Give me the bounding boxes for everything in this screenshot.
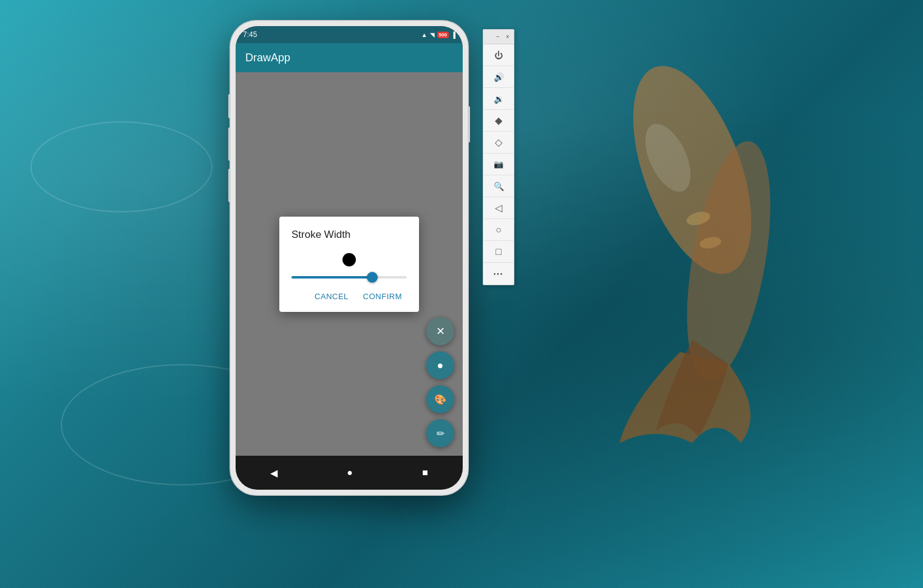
back-icon: ◁ <box>495 202 502 214</box>
recents-nav-button[interactable]: ■ <box>422 467 428 478</box>
toolbar-close-button[interactable]: × <box>504 33 511 41</box>
status-bar: 7:45 ▲ ◥ 500 ▐ <box>236 26 463 43</box>
toolbar-title-bar: − × <box>483 30 514 44</box>
app-bar: DrawApp <box>236 43 463 72</box>
rectangle-icon: □ <box>496 246 502 257</box>
status-time: 7:45 <box>243 30 257 39</box>
circle-icon: ○ <box>496 225 502 235</box>
toolbar-back-item[interactable]: ◁ <box>483 197 514 219</box>
mermaid-decoration <box>571 49 887 461</box>
dialog-title: Stroke Width <box>291 229 407 241</box>
shape-eraser-icon: ◇ <box>495 137 502 148</box>
volume-down-icon: 🔉 <box>494 94 504 104</box>
volume-up-icon: 🔊 <box>494 72 504 82</box>
cancel-button[interactable]: Cancel <box>310 288 353 305</box>
silent-switch[interactable] <box>228 169 231 202</box>
more-icon: ••• <box>494 271 504 277</box>
home-nav-button[interactable]: ● <box>347 467 353 478</box>
toolbar-volume-down-item[interactable]: 🔉 <box>483 88 514 110</box>
phone-device: 7:45 ▲ ◥ 500 ▐ DrawApp ✕ ● <box>231 21 468 495</box>
dialog-overlay: Stroke Width Cancel Confirm <box>236 72 463 456</box>
slider-track <box>291 276 407 279</box>
side-toolbar: − × ⏻ 🔊 🔉 ◆ ◇ 📷 🔍 ◁ ○ □ ••• <box>483 29 514 285</box>
stroke-preview <box>291 253 407 266</box>
power-button[interactable] <box>468 106 470 143</box>
phone-screen-container: 7:45 ▲ ◥ 500 ▐ DrawApp ✕ ● <box>236 26 463 490</box>
toolbar-screenshot-item[interactable]: 📷 <box>483 154 514 175</box>
app-title: DrawApp <box>245 52 290 64</box>
toolbar-minimize-button[interactable]: − <box>494 33 502 41</box>
back-nav-button[interactable]: ◀ <box>270 467 278 479</box>
slider-container[interactable] <box>291 276 407 279</box>
toolbar-zoom-item[interactable]: 🔍 <box>483 175 514 197</box>
eraser-icon: ◆ <box>495 115 502 126</box>
notification-badge: 500 <box>437 32 449 38</box>
slider-fill <box>291 276 375 279</box>
volume-down-button[interactable] <box>228 127 231 161</box>
toolbar-circle-item[interactable]: ○ <box>483 219 514 241</box>
stroke-width-dialog: Stroke Width Cancel Confirm <box>279 217 419 312</box>
toolbar-rectangle-item[interactable]: □ <box>483 241 514 263</box>
battery-icon: ▐ <box>451 32 455 38</box>
signal-icon: ◥ <box>430 32 435 38</box>
zoom-icon: 🔍 <box>494 181 504 191</box>
toolbar-eraser-item[interactable]: ◆ <box>483 110 514 132</box>
volume-up-button[interactable] <box>228 94 231 118</box>
status-icons: ▲ ◥ 500 ▐ <box>421 32 455 38</box>
wifi-icon: ▲ <box>421 32 427 38</box>
phone-screen: 7:45 ▲ ◥ 500 ▐ DrawApp ✕ ● <box>236 26 463 490</box>
slider-thumb[interactable] <box>367 272 378 283</box>
toolbar-power-item[interactable]: ⏻ <box>483 44 514 66</box>
toolbar-shape-eraser-item[interactable]: ◇ <box>483 132 514 154</box>
nav-bar: ◀ ● ■ <box>236 456 463 490</box>
toolbar-volume-up-item[interactable]: 🔊 <box>483 66 514 88</box>
screenshot-icon: 📷 <box>494 160 503 169</box>
toolbar-more-item[interactable]: ••• <box>483 263 514 285</box>
confirm-button[interactable]: Confirm <box>358 288 407 305</box>
power-icon: ⏻ <box>494 50 503 60</box>
stroke-preview-circle <box>342 253 356 266</box>
dialog-actions: Cancel Confirm <box>291 288 407 305</box>
